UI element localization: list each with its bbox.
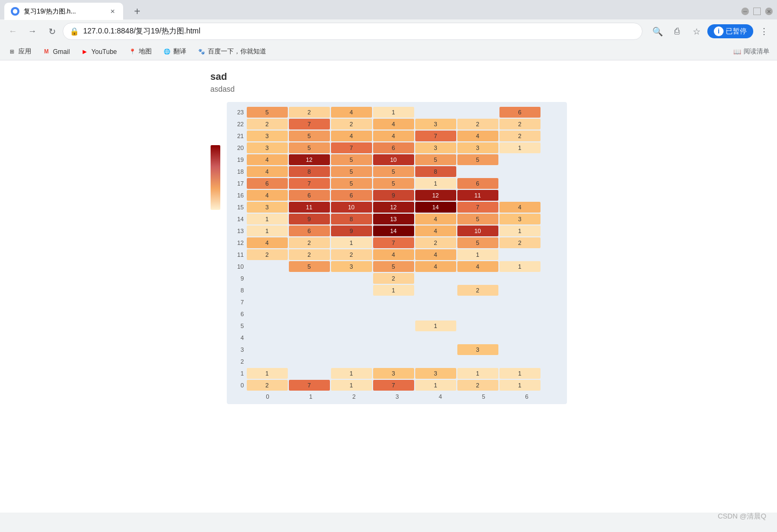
grid-cell: 5 <box>457 154 498 165</box>
grid-cell <box>457 297 498 308</box>
y-label: 8 <box>231 284 246 296</box>
maps-icon: 📍 <box>128 47 137 56</box>
bookmark-apps[interactable]: ⊞ 应用 <box>4 46 35 57</box>
bookmark-maps[interactable]: 📍 地图 <box>125 46 155 57</box>
grid-cell: 1 <box>331 237 372 248</box>
grid-cell: 4 <box>457 261 498 272</box>
grid-cell <box>457 320 498 331</box>
grid-cell <box>499 249 540 260</box>
y-label: 11 <box>231 249 246 261</box>
grid-cell: 5 <box>457 237 498 248</box>
grid-cell: 4 <box>499 202 540 213</box>
y-label: 13 <box>231 225 246 237</box>
heatmap-grid: 2322212019181716151413121110987654321052… <box>231 106 563 391</box>
grid-cell <box>373 297 414 308</box>
paused-button[interactable]: i 已暂停 <box>707 24 753 38</box>
grid-cell: 6 <box>457 178 498 189</box>
active-tab[interactable]: 复习19/热力图.h... ✕ <box>4 3 123 20</box>
grid-cell: 2 <box>247 249 288 260</box>
maximize-button[interactable] <box>753 8 761 15</box>
grid-cell: 14 <box>373 226 414 236</box>
bookmark-translate[interactable]: 🌐 翻译 <box>159 46 190 57</box>
new-tab-button[interactable]: + <box>130 4 145 19</box>
grid-cell: 3 <box>331 261 372 272</box>
chart-subtitle: asdasd <box>211 85 567 93</box>
close-window-button[interactable]: ✕ <box>765 8 773 15</box>
grid-cell: 3 <box>457 142 498 153</box>
reading-mode-icon: 📖 <box>733 48 741 56</box>
grid-cell <box>415 273 456 284</box>
grid-cell: 4 <box>247 166 288 177</box>
bookmark-youtube[interactable]: ▶ YouTube <box>77 46 120 57</box>
grid-row: 2 <box>246 272 563 284</box>
grid-cell: 7 <box>289 178 330 189</box>
grid-cell: 5 <box>289 131 330 141</box>
grid-cell: 11 <box>457 190 498 201</box>
grid-cell: 9 <box>289 214 330 224</box>
y-label: 16 <box>231 189 246 201</box>
grid-cell: 12 <box>373 202 414 213</box>
grid-cell: 4 <box>415 214 456 224</box>
tab-close-button[interactable]: ✕ <box>108 7 117 16</box>
bookmark-baidu[interactable]: 🐾 百度一下，你就知道 <box>194 46 269 57</box>
grid-cell <box>331 309 372 319</box>
minimize-button[interactable]: ─ <box>741 8 749 15</box>
grid-cell: 1 <box>247 226 288 236</box>
grid-cell <box>331 332 372 343</box>
reading-mode-button[interactable]: 📖 阅读清单 <box>730 46 773 57</box>
grid-cell: 6 <box>373 142 414 153</box>
paused-label: 已暂停 <box>726 26 747 36</box>
grid-cell <box>331 297 372 308</box>
grid-row: 2717121 <box>246 379 563 391</box>
grid-cell <box>247 261 288 272</box>
refresh-button[interactable]: ↻ <box>43 23 60 40</box>
search-button[interactable]: 🔍 <box>649 23 666 40</box>
gmail-icon: M <box>42 47 51 56</box>
y-label: 12 <box>231 237 246 249</box>
grid-cell: 5 <box>373 178 414 189</box>
grid-cell <box>499 309 540 319</box>
grid-cell: 4 <box>373 131 414 141</box>
y-label: 20 <box>231 142 246 154</box>
grid-cell: 5 <box>331 166 372 177</box>
grid-cell <box>415 309 456 319</box>
grid-cell: 5 <box>373 166 414 177</box>
grid-cell <box>373 356 414 367</box>
grid-cell: 5 <box>331 178 372 189</box>
grid-cell: 1 <box>373 107 414 118</box>
bookmark-baidu-label: 百度一下，你就知道 <box>208 47 266 56</box>
grid-row: 535441 <box>246 261 563 272</box>
grid-cell <box>415 285 456 296</box>
grid-cell: 7 <box>289 119 330 129</box>
y-label: 18 <box>231 166 246 178</box>
grid-cell: 7 <box>457 202 498 213</box>
grid-cell: 3 <box>247 142 288 153</box>
grid-cell <box>499 332 540 343</box>
grid-cell <box>289 344 330 355</box>
menu-button[interactable]: ⋮ <box>755 23 773 40</box>
grid-cell <box>499 344 540 355</box>
share-button[interactable]: ⎙ <box>668 23 686 40</box>
y-label: 2 <box>231 356 246 367</box>
back-button[interactable]: ← <box>4 23 22 40</box>
grid-cell: 3 <box>415 368 456 379</box>
grid-cell: 4 <box>247 154 288 165</box>
grid-row: 3 <box>246 344 563 356</box>
y-label: 5 <box>231 320 246 332</box>
grid-cell: 5 <box>331 154 372 165</box>
forward-button[interactable]: → <box>24 23 41 40</box>
grid-cell: 1 <box>247 368 288 379</box>
address-bar[interactable]: 🔒 127.0.0.1:8848/复习19/热力图.html <box>63 23 643 40</box>
grid-cell: 14 <box>415 202 456 213</box>
grid-cell: 2 <box>373 273 414 284</box>
bookmark-button[interactable]: ☆ <box>688 23 705 40</box>
grid-row: 41251055 <box>246 154 563 166</box>
grid-cell: 4 <box>415 249 456 260</box>
url-text: 127.0.0.1:8848/复习19/热力图.html <box>83 26 636 36</box>
grid-cell <box>289 297 330 308</box>
y-label: 7 <box>231 296 246 308</box>
grid-row: 12 <box>246 284 563 296</box>
grid-cell: 2 <box>457 380 498 391</box>
bookmark-gmail[interactable]: M Gmail <box>39 46 73 57</box>
grid-cell: 7 <box>373 237 414 248</box>
